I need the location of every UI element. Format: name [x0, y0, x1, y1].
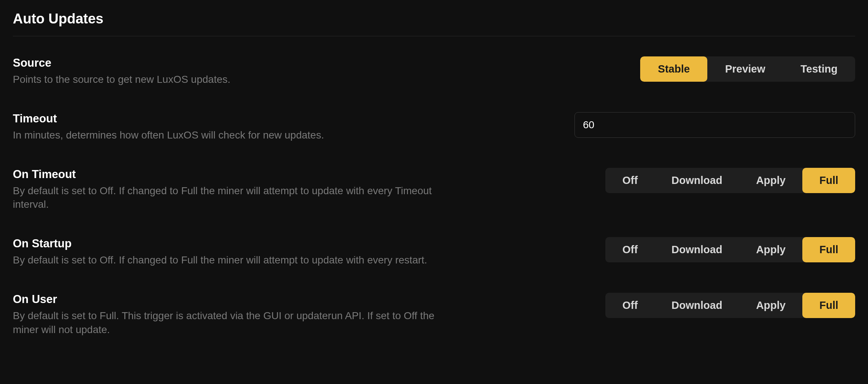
on-timeout-option-full[interactable]: Full — [802, 168, 855, 193]
on-startup-option-apply[interactable]: Apply — [739, 237, 803, 262]
setting-control-timeout — [575, 112, 855, 138]
on-user-segment-group: Off Download Apply Full — [605, 293, 855, 318]
setting-control-on-user: Off Download Apply Full — [605, 293, 855, 318]
on-timeout-segment-group: Off Download Apply Full — [605, 168, 855, 193]
on-user-option-full[interactable]: Full — [802, 293, 855, 318]
setting-name-on-startup: On Startup — [13, 237, 435, 250]
on-user-option-download[interactable]: Download — [654, 293, 739, 318]
on-startup-option-full[interactable]: Full — [802, 237, 855, 262]
setting-name-on-user: On User — [13, 293, 435, 306]
setting-label: Timeout In minutes, determines how often… — [13, 112, 435, 142]
on-startup-segment-group: Off Download Apply Full — [605, 237, 855, 262]
setting-name-source: Source — [13, 56, 435, 70]
setting-label: On User By default is set to Full. This … — [13, 293, 435, 337]
setting-row-on-user: On User By default is set to Full. This … — [13, 293, 855, 337]
source-option-preview[interactable]: Preview — [707, 56, 783, 82]
setting-description-source: Points to the source to get new LuxOS up… — [13, 73, 435, 86]
setting-row-on-timeout: On Timeout By default is set to Off. If … — [13, 168, 855, 212]
setting-description-on-timeout: By default is set to Off. If changed to … — [13, 184, 435, 212]
setting-row-timeout: Timeout In minutes, determines how often… — [13, 112, 855, 142]
on-timeout-option-apply[interactable]: Apply — [739, 168, 803, 193]
setting-control-source: Stable Preview Testing — [640, 56, 855, 82]
source-option-stable[interactable]: Stable — [640, 56, 707, 82]
on-startup-option-off[interactable]: Off — [605, 237, 654, 262]
setting-description-timeout: In minutes, determines how often LuxOS w… — [13, 128, 435, 142]
setting-description-on-startup: By default is set to Off. If changed to … — [13, 253, 435, 267]
setting-description-on-user: By default is set to Full. This trigger … — [13, 309, 435, 337]
on-timeout-option-download[interactable]: Download — [654, 168, 739, 193]
setting-label: On Startup By default is set to Off. If … — [13, 237, 435, 267]
setting-label: On Timeout By default is set to Off. If … — [13, 168, 435, 212]
on-user-option-apply[interactable]: Apply — [739, 293, 803, 318]
source-option-testing[interactable]: Testing — [783, 56, 855, 82]
setting-row-source: Source Points to the source to get new L… — [13, 56, 855, 86]
source-segment-group: Stable Preview Testing — [640, 56, 855, 82]
on-user-option-off[interactable]: Off — [605, 293, 654, 318]
setting-row-on-startup: On Startup By default is set to Off. If … — [13, 237, 855, 267]
timeout-input[interactable] — [575, 112, 855, 138]
on-timeout-option-off[interactable]: Off — [605, 168, 654, 193]
setting-name-on-timeout: On Timeout — [13, 168, 435, 181]
setting-control-on-startup: Off Download Apply Full — [605, 237, 855, 262]
section-title: Auto Updates — [13, 11, 855, 27]
setting-label: Source Points to the source to get new L… — [13, 56, 435, 86]
on-startup-option-download[interactable]: Download — [654, 237, 739, 262]
setting-control-on-timeout: Off Download Apply Full — [605, 168, 855, 193]
setting-name-timeout: Timeout — [13, 112, 435, 125]
divider — [13, 36, 855, 36]
